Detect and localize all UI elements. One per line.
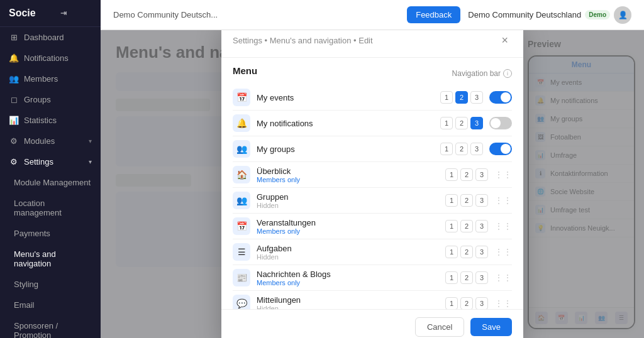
num-btn-2-veranstaltungen[interactable]: 2 xyxy=(460,220,473,232)
menu-item-name-gruppen: Gruppen xyxy=(257,192,445,202)
drag-handle-mitteilungen[interactable]: ⋮⋮ xyxy=(494,298,512,308)
drag-handle-gruppen[interactable]: ⋮⋮ xyxy=(494,195,512,205)
drag-handle-aufgaben[interactable]: ⋮⋮ xyxy=(494,247,512,257)
nav-numbers-veranstaltungen: 1 2 3 xyxy=(445,220,488,232)
toggle-knob-my-notifications xyxy=(491,118,501,128)
toggle-my-notifications[interactable] xyxy=(489,117,512,129)
menu-item-icon-gruppen: 👥 xyxy=(233,192,250,209)
num-btn-1-ueberblick[interactable]: 1 xyxy=(445,168,458,181)
modal-header: Settings • Menu's and navigation • Edit … xyxy=(221,30,523,58)
menu-item-info-my-notifications: My notifications xyxy=(257,119,440,128)
nav-bar-label: Navigation bar i xyxy=(452,69,512,78)
num-btn-2-my-events[interactable]: 2 xyxy=(455,91,468,104)
num-btn-1-nachrichten[interactable]: 1 xyxy=(445,271,458,284)
sidebar-label-dashboard: Dashboard xyxy=(24,33,64,42)
menu-item-info-ueberblick: Überblick Members only xyxy=(257,166,445,183)
topbar-community-full: Demo Community Deutschland xyxy=(468,10,581,19)
num-btn-3-my-notifications[interactable]: 3 xyxy=(470,117,483,129)
menu-item-icon-nachrichten: 📰 xyxy=(233,269,250,286)
demo-badge: Demo xyxy=(585,10,610,19)
nav-numbers-my-events: 1 2 3 xyxy=(440,91,483,104)
nav-numbers-ueberblick: 1 2 3 xyxy=(445,168,488,181)
menu-item-sub-aufgaben: Hidden xyxy=(257,253,445,261)
num-btn-3-mitteilungen[interactable]: 3 xyxy=(475,297,488,309)
num-btn-2-gruppen[interactable]: 2 xyxy=(460,194,473,207)
num-btn-2-mitteilungen[interactable]: 2 xyxy=(460,297,473,309)
sidebar-item-location-mgmt[interactable]: Location management xyxy=(0,193,101,223)
num-btn-2-my-groups[interactable]: 2 xyxy=(455,143,468,155)
sidebar-item-notifications[interactable]: 🔔 Notifications xyxy=(0,48,101,68)
num-btn-3-my-groups[interactable]: 3 xyxy=(470,143,483,155)
drag-handle-ueberblick[interactable]: ⋮⋮ xyxy=(494,170,512,180)
num-btn-3-aufgaben[interactable]: 3 xyxy=(475,246,488,258)
feedback-button[interactable]: Feedback xyxy=(407,6,460,23)
groups-icon: ◻ xyxy=(9,95,19,104)
num-btn-2-ueberblick[interactable]: 2 xyxy=(460,168,473,181)
modules-chevron-icon: ▾ xyxy=(89,138,92,144)
menu-row-header: Menu Navigation bar i xyxy=(233,65,512,81)
save-button[interactable]: Save xyxy=(470,318,512,336)
modal-body[interactable]: Menu Navigation bar i 📅 My events xyxy=(221,58,523,309)
num-btn-1-aufgaben[interactable]: 1 xyxy=(445,246,458,258)
settings-chevron-icon: ▾ xyxy=(89,158,92,165)
num-btn-1-veranstaltungen[interactable]: 1 xyxy=(445,220,458,232)
menu-item-row-gruppen: 👥 Gruppen Hidden 1 2 3 ⋮⋮ xyxy=(233,188,512,214)
menu-item-row-aufgaben: ☰ Aufgaben Hidden 1 2 3 ⋮⋮ xyxy=(233,239,512,265)
num-btn-3-gruppen[interactable]: 3 xyxy=(475,194,488,207)
menu-item-name-mitteilungen: Mitteilungen xyxy=(257,295,445,305)
sidebar-item-sponsors[interactable]: Sponsoren / Promotion xyxy=(0,315,101,338)
menu-item-name-nachrichten: Nachrichten & Blogs xyxy=(257,270,445,279)
cancel-button[interactable]: Cancel xyxy=(415,317,464,337)
sidebar-item-email[interactable]: Email xyxy=(0,295,101,315)
drag-handle-nachrichten[interactable]: ⋮⋮ xyxy=(494,273,512,283)
members-icon: 👥 xyxy=(9,74,19,84)
sidebar-item-menus[interactable]: Menu's and navigation xyxy=(0,244,101,274)
collapse-icon[interactable]: ⇥ xyxy=(60,9,67,18)
avatar: 👤 xyxy=(614,6,631,24)
sidebar-item-members[interactable]: 👥 Members xyxy=(0,68,101,89)
sidebar-item-dashboard[interactable]: ⊞ Dashboard xyxy=(0,27,101,48)
toggle-my-events[interactable] xyxy=(489,91,512,104)
sidebar-label-settings: Settings xyxy=(24,157,53,166)
sidebar-item-statistics[interactable]: 📊 Statistics xyxy=(0,110,101,131)
sidebar-item-module-mgmt[interactable]: Module Management xyxy=(0,172,101,193)
menu-item-row-my-groups: 👥 My groups 1 2 3 xyxy=(233,136,512,162)
num-btn-2-my-notifications[interactable]: 2 xyxy=(455,117,468,129)
num-btn-3-ueberblick[interactable]: 3 xyxy=(475,168,488,181)
dashboard-icon: ⊞ xyxy=(9,33,19,42)
sidebar-label-sponsors: Sponsoren / Promotion xyxy=(14,321,92,338)
community-badge: Demo Community Deutschland Demo 👤 xyxy=(468,6,631,24)
num-btn-1-my-events[interactable]: 1 xyxy=(440,91,453,104)
num-btn-1-my-groups[interactable]: 1 xyxy=(440,143,453,155)
num-btn-2-nachrichten[interactable]: 2 xyxy=(460,271,473,284)
num-btn-1-gruppen[interactable]: 1 xyxy=(445,194,458,207)
sidebar-item-styling[interactable]: Styling xyxy=(0,274,101,295)
menu-item-sub-gruppen: Hidden xyxy=(257,202,445,209)
num-btn-3-nachrichten[interactable]: 3 xyxy=(475,271,488,284)
sidebar-item-settings[interactable]: ⚙ Settings ▾ xyxy=(0,151,101,172)
sidebar-label-groups: Groups xyxy=(24,95,51,104)
toggle-my-groups[interactable] xyxy=(489,143,512,155)
menu-item-info-aufgaben: Aufgaben Hidden xyxy=(257,244,445,261)
num-btn-1-mitteilungen[interactable]: 1 xyxy=(445,297,458,309)
sidebar-item-modules[interactable]: ⚙ Modules ▾ xyxy=(0,131,101,151)
sidebar: Socie ⇥ ⊞ Dashboard 🔔 Notifications 👥 Me… xyxy=(0,0,101,338)
num-btn-3-my-events[interactable]: 3 xyxy=(470,91,483,104)
menu-item-row-my-events: 📅 My events 1 2 3 xyxy=(233,85,512,111)
num-btn-2-aufgaben[interactable]: 2 xyxy=(460,246,473,258)
sidebar-label-menus: Menu's and navigation xyxy=(14,249,92,268)
menu-item-name-veranstaltungen: Veranstaltungen xyxy=(257,218,445,227)
sidebar-label-email: Email xyxy=(14,300,35,310)
menu-item-row-mitteilungen: 💬 Mitteilungen Hidden 1 2 3 ⋮⋮ xyxy=(233,291,512,309)
sidebar-item-groups[interactable]: ◻ Groups xyxy=(0,89,101,110)
menu-item-info-my-events: My events xyxy=(257,93,440,102)
modal-close-button[interactable]: × xyxy=(497,33,512,48)
drag-handle-veranstaltungen[interactable]: ⋮⋮ xyxy=(494,221,512,231)
menu-item-name-ueberblick: Überblick xyxy=(257,166,445,176)
num-btn-1-my-notifications[interactable]: 1 xyxy=(440,117,453,129)
statistics-icon: 📊 xyxy=(9,116,19,125)
menu-item-info-my-groups: My groups xyxy=(257,144,440,154)
sidebar-item-payments[interactable]: Payments xyxy=(0,223,101,244)
num-btn-3-veranstaltungen[interactable]: 3 xyxy=(475,220,488,232)
menu-item-row-my-notifications: 🔔 My notifications 1 2 3 xyxy=(233,111,512,136)
